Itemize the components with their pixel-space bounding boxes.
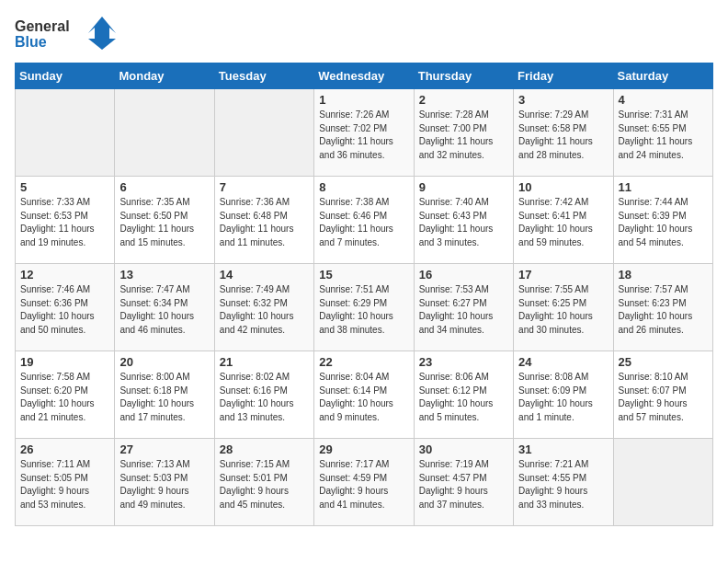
day-info: Sunrise: 7:29 AM Sunset: 6:58 PM Dayligh… bbox=[518, 109, 608, 162]
calendar-cell: 24Sunrise: 8:08 AM Sunset: 6:09 PM Dayli… bbox=[514, 351, 613, 439]
day-info: Sunrise: 7:17 AM Sunset: 4:59 PM Dayligh… bbox=[319, 458, 408, 511]
calendar-cell: 5Sunrise: 7:33 AM Sunset: 6:53 PM Daylig… bbox=[16, 177, 115, 264]
day-info: Sunrise: 7:21 AM Sunset: 4:55 PM Dayligh… bbox=[518, 458, 608, 511]
day-info: Sunrise: 7:15 AM Sunset: 5:01 PM Dayligh… bbox=[220, 458, 309, 511]
weekday-header-friday: Friday bbox=[514, 63, 613, 89]
day-info: Sunrise: 7:38 AM Sunset: 6:46 PM Dayligh… bbox=[319, 196, 408, 249]
svg-text:Blue: Blue bbox=[15, 34, 47, 50]
day-number: 5 bbox=[20, 180, 109, 194]
svg-text:General: General bbox=[15, 18, 70, 34]
day-number: 17 bbox=[518, 268, 608, 282]
calendar-cell: 4Sunrise: 7:31 AM Sunset: 6:55 PM Daylig… bbox=[613, 89, 712, 177]
day-info: Sunrise: 7:19 AM Sunset: 4:57 PM Dayligh… bbox=[419, 458, 508, 511]
day-info: Sunrise: 7:26 AM Sunset: 7:02 PM Dayligh… bbox=[319, 109, 408, 162]
day-info: Sunrise: 7:57 AM Sunset: 6:23 PM Dayligh… bbox=[619, 283, 708, 337]
calendar-cell: 7Sunrise: 7:36 AM Sunset: 6:48 PM Daylig… bbox=[214, 177, 313, 264]
day-number: 14 bbox=[220, 268, 309, 282]
calendar-cell: 11Sunrise: 7:44 AM Sunset: 6:39 PM Dayli… bbox=[613, 177, 712, 264]
day-info: Sunrise: 8:08 AM Sunset: 6:09 PM Dayligh… bbox=[518, 371, 608, 424]
calendar-cell: 30Sunrise: 7:19 AM Sunset: 4:57 PM Dayli… bbox=[414, 439, 513, 526]
weekday-header-wednesday: Wednesday bbox=[314, 63, 414, 89]
calendar-cell: 25Sunrise: 8:10 AM Sunset: 6:07 PM Dayli… bbox=[613, 351, 712, 439]
day-info: Sunrise: 7:35 AM Sunset: 6:50 PM Dayligh… bbox=[119, 196, 209, 249]
day-number: 27 bbox=[119, 442, 209, 456]
calendar-cell: 17Sunrise: 7:55 AM Sunset: 6:25 PM Dayli… bbox=[514, 264, 613, 351]
day-number: 10 bbox=[518, 180, 608, 194]
weekday-header-row: SundayMondayTuesdayWednesdayThursdayFrid… bbox=[16, 63, 713, 89]
day-number: 12 bbox=[20, 268, 109, 282]
calendar-cell: 23Sunrise: 8:06 AM Sunset: 6:12 PM Dayli… bbox=[414, 351, 513, 439]
day-number: 31 bbox=[518, 442, 608, 456]
day-info: Sunrise: 8:10 AM Sunset: 6:07 PM Dayligh… bbox=[619, 371, 708, 424]
calendar-cell: 16Sunrise: 7:53 AM Sunset: 6:27 PM Dayli… bbox=[414, 264, 513, 351]
day-number: 9 bbox=[419, 180, 508, 194]
day-info: Sunrise: 7:13 AM Sunset: 5:03 PM Dayligh… bbox=[119, 458, 209, 511]
weekday-header-monday: Monday bbox=[115, 63, 214, 89]
calendar-cell bbox=[115, 89, 214, 177]
day-number: 15 bbox=[319, 268, 408, 282]
day-info: Sunrise: 7:49 AM Sunset: 6:32 PM Dayligh… bbox=[220, 283, 309, 337]
day-info: Sunrise: 8:06 AM Sunset: 6:12 PM Dayligh… bbox=[419, 371, 508, 424]
day-info: Sunrise: 7:40 AM Sunset: 6:43 PM Dayligh… bbox=[419, 196, 508, 249]
calendar-cell: 27Sunrise: 7:13 AM Sunset: 5:03 PM Dayli… bbox=[115, 439, 214, 526]
day-number: 29 bbox=[319, 442, 408, 456]
calendar-cell: 29Sunrise: 7:17 AM Sunset: 4:59 PM Dayli… bbox=[314, 439, 414, 526]
day-number: 21 bbox=[220, 355, 309, 369]
calendar-cell: 14Sunrise: 7:49 AM Sunset: 6:32 PM Dayli… bbox=[214, 264, 313, 351]
day-info: Sunrise: 7:31 AM Sunset: 6:55 PM Dayligh… bbox=[619, 109, 708, 162]
week-row-2: 5Sunrise: 7:33 AM Sunset: 6:53 PM Daylig… bbox=[16, 177, 713, 264]
day-info: Sunrise: 7:47 AM Sunset: 6:34 PM Dayligh… bbox=[119, 283, 209, 337]
calendar-cell: 13Sunrise: 7:47 AM Sunset: 6:34 PM Dayli… bbox=[115, 264, 214, 351]
calendar-cell: 20Sunrise: 8:00 AM Sunset: 6:18 PM Dayli… bbox=[115, 351, 214, 439]
week-row-4: 19Sunrise: 7:58 AM Sunset: 6:20 PM Dayli… bbox=[16, 351, 713, 439]
day-number: 18 bbox=[619, 268, 708, 282]
weekday-header-sunday: Sunday bbox=[16, 63, 115, 89]
day-number: 7 bbox=[220, 180, 309, 194]
calendar-cell: 18Sunrise: 7:57 AM Sunset: 6:23 PM Dayli… bbox=[613, 264, 712, 351]
calendar-cell: 19Sunrise: 7:58 AM Sunset: 6:20 PM Dayli… bbox=[16, 351, 115, 439]
day-info: Sunrise: 7:53 AM Sunset: 6:27 PM Dayligh… bbox=[419, 283, 508, 337]
calendar-table: SundayMondayTuesdayWednesdayThursdayFrid… bbox=[15, 63, 713, 526]
calendar-cell bbox=[613, 439, 712, 526]
calendar-cell: 12Sunrise: 7:46 AM Sunset: 6:36 PM Dayli… bbox=[16, 264, 115, 351]
logo: GeneralBlue bbox=[15, 15, 125, 52]
day-info: Sunrise: 8:00 AM Sunset: 6:18 PM Dayligh… bbox=[119, 371, 209, 424]
calendar-cell: 15Sunrise: 7:51 AM Sunset: 6:29 PM Dayli… bbox=[314, 264, 414, 351]
day-info: Sunrise: 8:04 AM Sunset: 6:14 PM Dayligh… bbox=[319, 371, 408, 424]
week-row-5: 26Sunrise: 7:11 AM Sunset: 5:05 PM Dayli… bbox=[16, 439, 713, 526]
calendar-cell: 3Sunrise: 7:29 AM Sunset: 6:58 PM Daylig… bbox=[514, 89, 613, 177]
calendar-cell bbox=[16, 89, 115, 177]
day-info: Sunrise: 7:11 AM Sunset: 5:05 PM Dayligh… bbox=[20, 458, 109, 511]
weekday-header-thursday: Thursday bbox=[414, 63, 513, 89]
day-number: 24 bbox=[518, 355, 608, 369]
day-number: 26 bbox=[20, 442, 109, 456]
calendar-cell: 6Sunrise: 7:35 AM Sunset: 6:50 PM Daylig… bbox=[115, 177, 214, 264]
day-number: 6 bbox=[119, 180, 209, 194]
calendar-cell bbox=[214, 89, 313, 177]
day-number: 28 bbox=[220, 442, 309, 456]
day-number: 8 bbox=[319, 180, 408, 194]
day-number: 1 bbox=[319, 93, 408, 107]
calendar-cell: 10Sunrise: 7:42 AM Sunset: 6:41 PM Dayli… bbox=[514, 177, 613, 264]
day-number: 25 bbox=[619, 355, 708, 369]
calendar-cell: 2Sunrise: 7:28 AM Sunset: 7:00 PM Daylig… bbox=[414, 89, 513, 177]
day-number: 23 bbox=[419, 355, 508, 369]
day-info: Sunrise: 7:33 AM Sunset: 6:53 PM Dayligh… bbox=[20, 196, 109, 249]
day-number: 2 bbox=[419, 93, 508, 107]
day-info: Sunrise: 7:28 AM Sunset: 7:00 PM Dayligh… bbox=[419, 109, 508, 162]
day-number: 3 bbox=[518, 93, 608, 107]
calendar-cell: 28Sunrise: 7:15 AM Sunset: 5:01 PM Dayli… bbox=[214, 439, 313, 526]
day-info: Sunrise: 7:58 AM Sunset: 6:20 PM Dayligh… bbox=[20, 371, 109, 424]
weekday-header-tuesday: Tuesday bbox=[214, 63, 313, 89]
calendar-cell: 22Sunrise: 8:04 AM Sunset: 6:14 PM Dayli… bbox=[314, 351, 414, 439]
calendar-cell: 26Sunrise: 7:11 AM Sunset: 5:05 PM Dayli… bbox=[16, 439, 115, 526]
weekday-header-saturday: Saturday bbox=[613, 63, 712, 89]
day-number: 4 bbox=[619, 93, 708, 107]
calendar-cell: 31Sunrise: 7:21 AM Sunset: 4:55 PM Dayli… bbox=[514, 439, 613, 526]
calendar-cell: 8Sunrise: 7:38 AM Sunset: 6:46 PM Daylig… bbox=[314, 177, 414, 264]
day-info: Sunrise: 7:44 AM Sunset: 6:39 PM Dayligh… bbox=[619, 196, 708, 249]
day-info: Sunrise: 7:51 AM Sunset: 6:29 PM Dayligh… bbox=[319, 283, 408, 337]
day-number: 16 bbox=[419, 268, 508, 282]
day-number: 22 bbox=[319, 355, 408, 369]
day-info: Sunrise: 7:46 AM Sunset: 6:36 PM Dayligh… bbox=[20, 283, 109, 337]
